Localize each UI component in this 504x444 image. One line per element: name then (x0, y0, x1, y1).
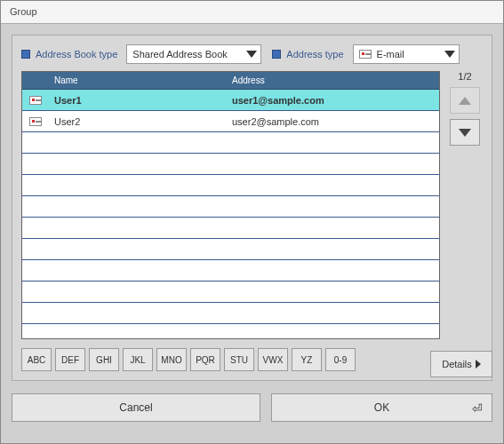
alpha-button-vwx[interactable]: VWX (258, 348, 288, 371)
table-row-empty (22, 175, 439, 196)
email-icon (359, 50, 372, 59)
enter-icon: ⏎ (472, 401, 483, 416)
row-name: User1 (49, 95, 227, 106)
addrtype-label: Address type (286, 49, 343, 59)
page-down-button[interactable] (450, 119, 480, 146)
addrbook-value: Shared Address Book (132, 49, 227, 59)
ok-label: OK (374, 401, 389, 414)
table-row-empty (22, 218, 439, 239)
window-title: Group (1, 1, 503, 24)
details-button[interactable]: Details (430, 351, 492, 377)
chevron-up-icon (459, 97, 471, 105)
col-name: Name (49, 75, 227, 85)
cancel-label: Cancel (119, 401, 152, 414)
details-label: Details (442, 359, 472, 369)
page-up-button[interactable] (450, 87, 480, 114)
addrbook-select[interactable]: Shared Address Book (126, 44, 261, 64)
addrtype-select[interactable]: E-mail (353, 44, 460, 64)
contact-icon (29, 96, 42, 105)
col-address: Address (227, 75, 439, 85)
pager-text: 1/2 (458, 71, 471, 82)
table-row-empty (22, 196, 439, 218)
alpha-button-stu[interactable]: STU (224, 348, 254, 371)
addrbook-label: Address Book type (36, 49, 117, 59)
row-address: user1@sample.com (227, 95, 439, 106)
alpha-button-0-9[interactable]: 0-9 (325, 348, 356, 371)
alpha-button-mno[interactable]: MNO (156, 348, 187, 371)
table-header: Name Address (22, 72, 439, 90)
addrbook-checkbox[interactable] (21, 50, 30, 59)
addrtype-value: E-mail (377, 49, 404, 59)
row-name: User2 (49, 116, 227, 127)
addrtype-checkbox[interactable] (272, 50, 281, 59)
table-row-empty (22, 132, 439, 154)
chevron-down-icon (459, 129, 471, 137)
table-row-empty (22, 154, 439, 175)
main-panel: Address Book type Shared Address Book Ad… (12, 35, 492, 381)
table-row[interactable]: User1user1@sample.com (22, 90, 439, 111)
cancel-button[interactable]: Cancel (12, 393, 260, 422)
alpha-button-ghi[interactable]: GHI (89, 348, 119, 371)
chevron-down-icon (246, 51, 257, 58)
contact-icon (29, 117, 42, 126)
table-row-empty (22, 239, 439, 260)
contacts-table: Name Address User1user1@sample.comUser2u… (21, 71, 440, 339)
chevron-right-icon (476, 360, 481, 369)
alpha-button-abc[interactable]: ABC (21, 348, 52, 371)
row-address: user2@sample.com (227, 116, 439, 127)
table-row-empty (22, 303, 439, 324)
alpha-button-jkl[interactable]: JKL (123, 348, 153, 371)
table-row-empty (22, 260, 439, 281)
chevron-down-icon (444, 51, 455, 58)
alpha-button-pqr[interactable]: PQR (190, 348, 220, 371)
alpha-button-def[interactable]: DEF (55, 348, 85, 371)
table-row[interactable]: User2user2@sample.com (22, 111, 439, 132)
ok-button[interactable]: OK ⏎ (271, 393, 492, 422)
table-row-empty (22, 281, 439, 303)
alpha-button-yz[interactable]: YZ (292, 348, 322, 371)
